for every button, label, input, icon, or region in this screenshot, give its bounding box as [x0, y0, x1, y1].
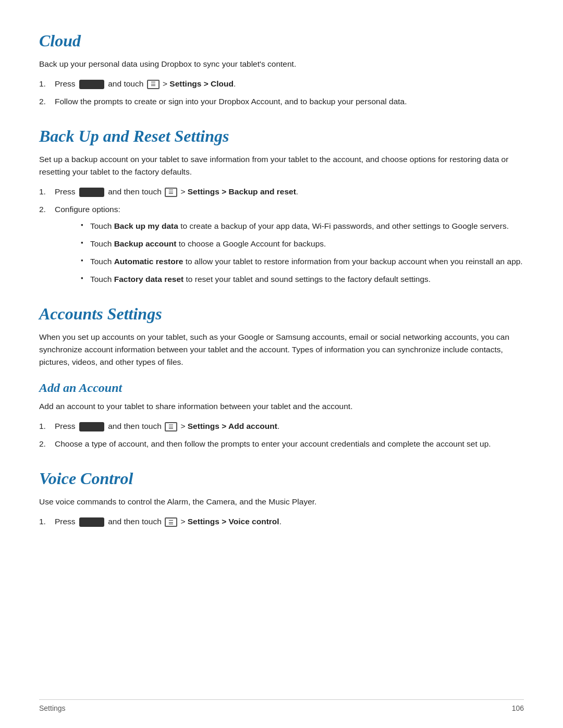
step-num: 2.: [39, 203, 46, 216]
backup-intro: Set up a backup account on your tablet t…: [39, 153, 524, 178]
menu-icon: ☰: [165, 517, 177, 527]
voice-control-title: Voice Control: [39, 469, 524, 488]
section-cloud: Cloud Back up your personal data using D…: [39, 31, 524, 108]
menu-icon: ☰: [165, 188, 177, 197]
accounts-title: Accounts Settings: [39, 304, 524, 324]
backup-bullets: Touch Back up my data to create a backup…: [55, 220, 524, 286]
cloud-step-2: 2. Follow the prompts to create or sign …: [39, 95, 524, 108]
footer-page-number: 106: [512, 704, 524, 712]
cloud-steps: 1. Press and touch ☰ > Settings > Cloud.…: [39, 78, 524, 108]
voice-control-steps: 1. Press and then touch ☰ > Settings > V…: [39, 515, 524, 528]
press-button: [79, 80, 104, 89]
bullet-factory-reset: Touch Factory data reset to reset your t…: [81, 273, 524, 286]
step-num: 2.: [39, 438, 46, 450]
step-text: Press and then touch ☰ > Settings > Add …: [55, 422, 279, 430]
step-num: 2.: [39, 95, 46, 108]
step-text: Configure options:: [55, 205, 120, 214]
step-text: Press and touch ☰ > Settings > Cloud.: [55, 79, 236, 88]
menu-icon: ☰: [165, 422, 177, 431]
section-backup: Back Up and Reset Settings Set up a back…: [39, 127, 524, 286]
menu-icon: ☰: [147, 80, 160, 89]
add-account-step-2: 2. Choose a type of account, and then fo…: [39, 438, 524, 450]
backup-step-2: 2. Configure options: Touch Back up my d…: [39, 203, 524, 286]
backup-step-1: 1. Press and then touch ☰ > Settings > B…: [39, 186, 524, 198]
bullet-backup-my-data: Touch Back up my data to create a backup…: [81, 220, 524, 232]
press-button: [79, 188, 104, 197]
section-voice-control: Voice Control Use voice commands to cont…: [39, 469, 524, 528]
cloud-title: Cloud: [39, 31, 524, 51]
step-text: Follow the prompts to create or sign int…: [55, 97, 407, 106]
backup-steps: 1. Press and then touch ☰ > Settings > B…: [39, 186, 524, 286]
add-account-title: Add an Account: [39, 381, 524, 395]
backup-title: Back Up and Reset Settings: [39, 127, 524, 146]
step-num: 1.: [39, 78, 46, 90]
footer-section-name: Settings: [39, 704, 66, 712]
cloud-step-1: 1. Press and touch ☰ > Settings > Cloud.: [39, 78, 524, 90]
step-num: 1.: [39, 515, 46, 528]
press-button: [79, 422, 104, 431]
voice-control-intro: Use voice commands to control the Alarm,…: [39, 496, 524, 508]
cloud-intro: Back up your personal data using Dropbox…: [39, 58, 524, 70]
step-text: Press and then touch ☰ > Settings > Voic…: [55, 517, 282, 526]
step-num: 1.: [39, 420, 46, 433]
add-account-intro: Add an account to your tablet to share i…: [39, 400, 524, 413]
subsection-add-account: Add an Account Add an account to your ta…: [39, 381, 524, 450]
page-container: Cloud Back up your personal data using D…: [0, 0, 563, 728]
page-footer: Settings 106: [39, 699, 524, 712]
add-account-step-1: 1. Press and then touch ☰ > Settings > A…: [39, 420, 524, 433]
bullet-automatic-restore: Touch Automatic restore to allow your ta…: [81, 255, 524, 268]
section-accounts: Accounts Settings When you set up accoun…: [39, 304, 524, 450]
add-account-steps: 1. Press and then touch ☰ > Settings > A…: [39, 420, 524, 450]
step-text: Press and then touch ☰ > Settings > Back…: [55, 187, 298, 196]
bullet-backup-account: Touch Backup account to choose a Google …: [81, 238, 524, 250]
step-num: 1.: [39, 186, 46, 198]
accounts-intro: When you set up accounts on your tablet,…: [39, 331, 524, 368]
voice-control-step-1: 1. Press and then touch ☰ > Settings > V…: [39, 515, 524, 528]
press-button: [79, 517, 104, 527]
step-text: Choose a type of account, and then follo…: [55, 439, 491, 448]
